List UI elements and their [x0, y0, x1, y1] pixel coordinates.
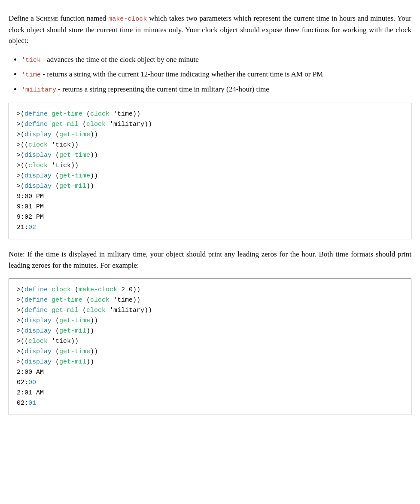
code-line: >(define get-time (clock 'time)) [17, 295, 403, 305]
code-line: >(define get-time (clock 'time)) [17, 109, 403, 119]
code-line: >(display (get-time)) [17, 130, 403, 140]
output-line: 21:02 [17, 223, 403, 233]
tick-description: - advances the time of the clock object … [41, 55, 199, 64]
time-description: - returns a string with the current 12-h… [41, 70, 323, 78]
bullet-tick: 'tick - advances the time of the clock o… [21, 54, 411, 66]
output-line: 9:00 PM [17, 192, 403, 202]
code-line: >(display (get-mil)) [17, 181, 403, 192]
output-line: 9:01 PM [17, 202, 403, 212]
make-clock-code: make-clock [108, 15, 147, 23]
code-line: >(define get-mil (clock 'military)) [17, 305, 403, 316]
code-line: >((clock 'tick)) [17, 161, 403, 171]
code-line: >(define get-mil (clock 'military)) [17, 119, 403, 130]
tick-code: 'tick [21, 57, 41, 64]
code-line: >(display (get-time)) [17, 171, 403, 181]
intro-paragraph: Define a Scheme function named make-cloc… [9, 13, 411, 46]
output-line: 02:00 [17, 378, 403, 388]
code-line: >((clock 'tick)) [17, 140, 403, 150]
scheme-word: Scheme [36, 14, 58, 22]
bullet-military: 'military - returns a string representin… [21, 84, 411, 95]
output-line: 9:02 PM [17, 212, 403, 223]
note-text: Note: If the time is displayed in milita… [9, 250, 411, 269]
code-line: >(display (get-time)) [17, 316, 403, 326]
feature-list: 'tick - advances the time of the clock o… [21, 54, 411, 95]
bullet-time: 'time - returns a string with the curren… [21, 69, 411, 80]
military-code: 'military [21, 86, 56, 94]
code-line: >((clock 'tick)) [17, 336, 403, 347]
intro-text-mid: function named [58, 14, 108, 22]
code-line: >(display (get-mil)) [17, 357, 403, 367]
time-code: 'time [21, 71, 41, 79]
code-line: >(display (get-time)) [17, 150, 403, 161]
code-line: >(define clock (make-clock 2 0)) [17, 285, 403, 295]
intro-text-before: Define a [9, 14, 36, 22]
note-paragraph: Note: If the time is displayed in milita… [9, 249, 411, 271]
code-block-1: >(define get-time (clock 'time)) >(defin… [9, 103, 411, 239]
code-block-2: >(define clock (make-clock 2 0)) >(defin… [9, 278, 411, 415]
military-description: - returns a string representing the curr… [56, 85, 269, 93]
code-line: >(display (get-time)) [17, 347, 403, 357]
output-line: 2:00 AM [17, 367, 403, 378]
output-line: 02:01 [17, 398, 403, 409]
code-line: >(display (get-mil)) [17, 326, 403, 336]
output-line: 2:01 AM [17, 388, 403, 398]
